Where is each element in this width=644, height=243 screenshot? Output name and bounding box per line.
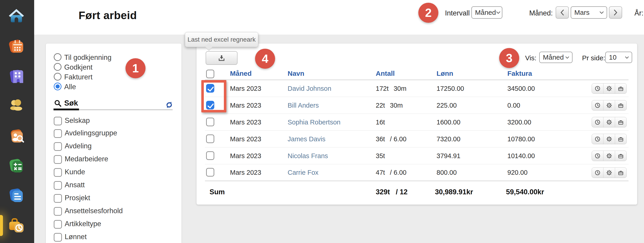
radio-label-fakturert[interactable]: Fakturert (64, 73, 92, 81)
header-bar: Ført arbeid 2 Intervall Måned Måned: Mar… (34, 0, 644, 34)
search-input[interactable]: Søk (64, 99, 78, 107)
row-work-button[interactable] (615, 83, 626, 93)
row-hours-button[interactable] (592, 117, 604, 127)
radio-label-godkjent[interactable]: Godkjent (64, 63, 92, 71)
month-select[interactable]: Mars (571, 6, 607, 19)
radio-godkjent[interactable] (54, 63, 62, 71)
sidebar-item-calendar[interactable] (7, 37, 26, 56)
row-work-button[interactable] (615, 168, 626, 178)
checkbox-label-ansatt[interactable]: Ansatt (65, 181, 85, 189)
row-hours-button[interactable] (592, 134, 604, 144)
row-hours-button[interactable] (592, 100, 604, 110)
radio-til-godkjenning[interactable] (54, 53, 62, 61)
checkbox-label-medarbeidere[interactable]: Medarbeidere (65, 155, 108, 163)
checkbox-medarbeidere[interactable] (54, 155, 62, 164)
sidebar-item-company[interactable] (7, 67, 26, 86)
active-nav-indicator (0, 215, 3, 236)
row-checkbox[interactable] (206, 118, 214, 126)
cell-name-link[interactable]: Carrie Fox (288, 169, 318, 176)
chevron-down-icon (496, 11, 500, 14)
checkbox-ansatt[interactable] (54, 181, 62, 190)
chevron-right-icon (614, 9, 617, 15)
cell-name-link[interactable]: Nicolas Frans (288, 152, 328, 160)
row-settings-button[interactable] (604, 83, 615, 93)
cell-amount: 47t/ 6.00 (376, 169, 406, 176)
clock-icon (594, 102, 601, 109)
annotation-circle-3: 3 (499, 48, 519, 68)
table-row: Mars 2023 Bill Anders 22t30m 225.00 0.00 (205, 97, 628, 114)
table-row: Mars 2023 David Johnson 172t30m 17250.00… (205, 80, 628, 97)
checkbox-label-artikkeltype[interactable]: Artikkeltype (65, 220, 101, 228)
row-settings-button[interactable] (604, 151, 615, 161)
radio-label-alle[interactable]: Alle (64, 83, 76, 91)
sidebar-item-reports[interactable] (7, 186, 26, 205)
row-work-button[interactable] (615, 151, 626, 161)
row-settings-button[interactable] (604, 117, 615, 127)
sidebar-item-payroll[interactable] (7, 96, 26, 115)
next-month-button[interactable] (609, 6, 622, 19)
year-label: År: (634, 9, 644, 17)
annotation-highlight-box (201, 80, 226, 112)
row-work-button[interactable] (615, 117, 626, 127)
sidebar-item-accounting[interactable] (7, 157, 26, 176)
checkbox-avdeling[interactable] (54, 142, 62, 151)
vis-select[interactable]: Måned (539, 52, 572, 63)
row-settings-button[interactable] (604, 100, 615, 110)
row-settings-button[interactable] (604, 168, 615, 178)
checkbox-selskap[interactable] (54, 117, 62, 125)
cell-name-link[interactable]: Sophia Robertson (288, 118, 340, 126)
checkbox-label-avdelingsgruppe[interactable]: Avdelingsgruppe (65, 129, 117, 137)
column-header-month[interactable]: Måned (230, 70, 252, 77)
checkbox-avdelingsgruppe[interactable] (54, 129, 62, 138)
checkbox-label-ansettelsesforhold[interactable]: Ansettelsesforhold (65, 207, 123, 215)
row-hours-button[interactable] (592, 168, 604, 178)
column-header-invoice[interactable]: Faktura (507, 70, 532, 77)
checkbox-lonnet[interactable] (54, 233, 62, 242)
row-work-button[interactable] (615, 100, 626, 110)
checkbox-ansettelsesforhold[interactable] (54, 207, 62, 216)
checkbox-prosjekt[interactable] (54, 194, 62, 203)
download-excel-button[interactable] (206, 51, 238, 65)
cell-amount: 36t/ 6.00 (376, 135, 406, 143)
checkbox-label-kunde[interactable]: Kunde (65, 168, 85, 176)
cell-name-link[interactable]: James Davis (288, 135, 326, 143)
sidebar-item-worklog-active[interactable] (7, 216, 26, 235)
row-hours-button[interactable] (592, 83, 604, 93)
per-page-label: Pr side: (582, 54, 605, 62)
checkbox-label-selskap[interactable]: Selskap (65, 116, 90, 125)
per-page-select[interactable]: 10 (605, 52, 632, 63)
checkbox-label-lonnet[interactable]: Lønnet (65, 233, 87, 241)
intervall-select[interactable]: Måned (472, 6, 502, 19)
home-icon (7, 6, 26, 25)
sidebar-item-employee-search[interactable] (7, 127, 26, 146)
column-header-amount[interactable]: Antall (376, 70, 395, 77)
row-settings-button[interactable] (604, 134, 615, 144)
row-checkbox[interactable] (206, 151, 214, 160)
cell-name-link[interactable]: David Johnson (288, 85, 331, 92)
clock-icon (594, 153, 601, 159)
row-checkbox[interactable] (206, 168, 214, 177)
briefcase-icon (618, 136, 624, 142)
checkbox-kunde[interactable] (54, 168, 62, 177)
sidebar-item-home[interactable] (7, 6, 26, 25)
radio-label-til-godkjenning[interactable]: Til godkjenning (64, 53, 111, 62)
radio-fakturert[interactable] (54, 73, 62, 81)
refresh-icon[interactable] (165, 101, 174, 109)
cell-month: Mars 2023 (230, 169, 261, 176)
clock-icon (594, 119, 601, 125)
calendar-icon (7, 37, 26, 56)
cell-salary: 3794.91 (436, 152, 460, 160)
column-header-name[interactable]: Navn (288, 70, 304, 77)
cell-name-link[interactable]: Bill Anders (288, 101, 319, 109)
radio-alle[interactable] (54, 83, 62, 90)
checkbox-label-avdeling[interactable]: Avdeling (65, 142, 92, 150)
checkbox-artikkeltype[interactable] (54, 220, 62, 229)
select-all-checkbox[interactable] (206, 70, 214, 78)
row-work-button[interactable] (615, 134, 626, 144)
row-hours-button[interactable] (592, 151, 604, 161)
gear-icon (606, 85, 612, 92)
checkbox-label-prosjekt[interactable]: Prosjekt (65, 194, 90, 202)
row-checkbox[interactable] (206, 134, 214, 143)
column-header-salary[interactable]: Lønn (436, 70, 453, 77)
prev-month-button[interactable] (556, 6, 569, 19)
